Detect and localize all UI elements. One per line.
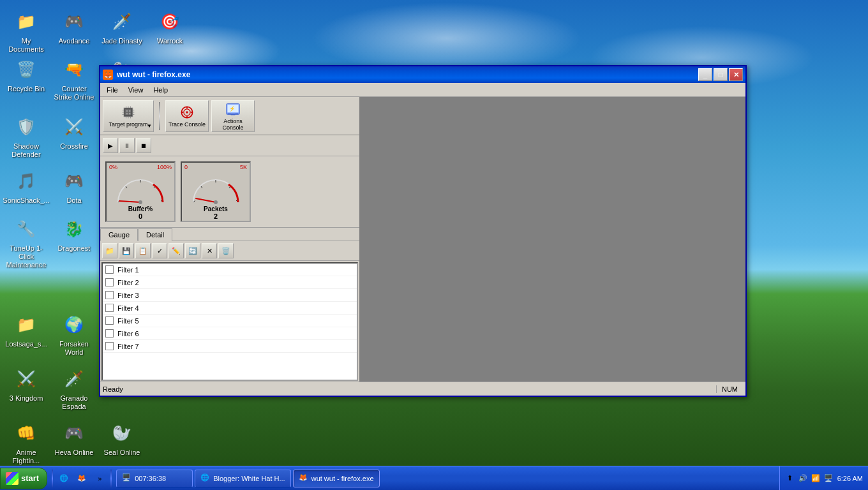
minimize-button[interactable]: _ — [698, 68, 712, 81]
filter-checkbox-filter5[interactable] — [105, 316, 114, 325]
filter-checkbox-filter6[interactable] — [105, 329, 114, 338]
desktop-icon-heva-online[interactable]: 🎮 Heva Online — [51, 418, 97, 459]
quick-launch-firefox[interactable]: 🦊 — [74, 471, 89, 486]
start-button[interactable]: start — [0, 468, 47, 489]
play-button[interactable]: ▶ — [103, 138, 118, 153]
quick-launch-arrow[interactable]: » — [92, 471, 107, 486]
filter-item-filter1[interactable]: Filter 1 — [103, 264, 357, 276]
desktop-icon-counter-strike[interactable]: 🔫 Counter Strike Online — [51, 54, 97, 104]
desktop-icon-seal-online[interactable]: 🦭 Seal Online — [99, 418, 145, 459]
desktop-icon-recycle-bin[interactable]: 🗑️ Recycle Bin — [3, 54, 49, 96]
icon-image-forsaken-world: 🌍 — [61, 312, 87, 338]
toolbar: Target program ▼ — [100, 97, 359, 135]
tray-icon-1[interactable]: ⬆ — [785, 473, 795, 484]
maximize-button[interactable]: □ — [714, 68, 728, 81]
filter-save-button[interactable]: 💾 — [119, 243, 134, 258]
system-tray: ⬆ 🔊 📶 🖥️ 6:26 AM — [779, 466, 868, 490]
menu-view[interactable]: View — [123, 83, 149, 96]
tab-gauge[interactable]: Gauge — [100, 228, 138, 241]
desktop-icon-lostsaga[interactable]: 📁 Lostsaga_s... — [3, 309, 49, 351]
filter-item-filter5[interactable]: Filter 5 — [103, 315, 357, 327]
stop-button[interactable]: ⏹ — [136, 138, 151, 153]
filter-checkbox-filter1[interactable] — [105, 265, 114, 274]
icon-image-dota: 🎮 — [61, 168, 87, 194]
filter-checkbox-filter2[interactable] — [105, 278, 114, 286]
buffer-gauge-title: Buffer% — [128, 205, 153, 212]
tray-icon-3[interactable]: 📶 — [811, 473, 821, 484]
window-title-icon: 🦊 — [103, 70, 113, 80]
trace-console-button[interactable]: Trace Console — [165, 100, 209, 132]
desktop-icon-granado-espada[interactable]: 🗡️ Granado Espada — [51, 364, 97, 413]
menubar: File View Help — [100, 83, 745, 97]
filter-delete-button[interactable]: 🗑️ — [218, 243, 234, 258]
taskbar-task-firefox[interactable]: 🦊 wut wut - firefox.exe — [293, 470, 380, 487]
icon-image-warrock: 🎯 — [157, 9, 183, 34]
filter-item-filter2[interactable]: Filter 2 — [103, 276, 357, 289]
desktop-icon-crossfire[interactable]: ⚔️ Crossfire — [51, 112, 97, 153]
taskbar-divider-2 — [110, 470, 112, 487]
task-blogger-label: Blogger: White Hat H... — [213, 475, 285, 482]
filter-checkbox-filter3[interactable] — [105, 291, 114, 299]
filter-remove-button[interactable]: ✕ — [202, 243, 217, 258]
desktop-icon-tuneup[interactable]: 🔧 TuneUp 1-Click Maintenance — [3, 214, 49, 272]
filter-enable-button[interactable]: ✓ — [152, 243, 167, 258]
icon-label-sonic-shack: SonicShack_... — [3, 197, 49, 205]
actions-console-icon: ⚡ — [225, 101, 241, 117]
svg-rect-1 — [125, 108, 131, 115]
icon-label-seal-online: Seal Online — [104, 449, 140, 457]
filter-item-filter7[interactable]: Filter 7 — [103, 340, 357, 353]
icon-label-3-kingdom: 3 Kingdom — [10, 394, 43, 403]
filter-item-filter6[interactable]: Filter 6 — [103, 327, 357, 340]
window-content: Target program ▼ — [100, 97, 745, 396]
filter-list[interactable]: Filter 1 Filter 2 Filter 3 Filter 4 Filt… — [101, 262, 358, 381]
desktop-icon-anime-fighting[interactable]: 👊 Anime FIghtin... — [3, 418, 49, 468]
filter-checkbox-filter7[interactable] — [105, 342, 114, 350]
close-button[interactable]: ✕ — [729, 68, 743, 81]
icon-image-lostsaga: 📁 — [13, 312, 39, 338]
tray-icon-2[interactable]: 🔊 — [798, 473, 808, 484]
menu-file[interactable]: File — [101, 83, 123, 96]
filter-refresh-button[interactable]: 🔄 — [185, 243, 200, 258]
desktop-icon-dota[interactable]: 🎮 Dota — [51, 166, 97, 207]
filter-item-filter4[interactable]: Filter 4 — [103, 302, 357, 315]
right-panel — [360, 97, 745, 396]
filter-label-filter6: Filter 6 — [117, 330, 139, 338]
main-window: 🦊 wut wut - firefox.exe _ □ ✕ File View … — [99, 65, 747, 397]
desktop-icon-forsaken-world[interactable]: 🌍 Forsaken World — [51, 309, 97, 359]
svg-rect-2 — [126, 110, 128, 112]
packets-gauge-svg — [187, 170, 244, 205]
dropdown-arrow-icon: ▼ — [147, 123, 152, 129]
desktop-icon-warrock[interactable]: 🎯 Warrock — [147, 6, 193, 48]
packets-max-label: 5K — [240, 164, 247, 170]
target-program-button[interactable]: Target program ▼ — [103, 100, 154, 132]
filter-label-filter2: Filter 2 — [117, 279, 139, 286]
actions-console-button[interactable]: ⚡ Actions Console — [211, 100, 255, 132]
desktop-icon-avodance[interactable]: 🎮 Avodance — [51, 6, 97, 48]
pause-button[interactable]: ⏸ — [119, 138, 135, 153]
desktop-icon-3-kingdom[interactable]: ⚔️ 3 Kingdom — [3, 364, 49, 405]
icon-label-tuneup: TuneUp 1-Click Maintenance — [6, 244, 47, 270]
svg-rect-5 — [129, 112, 131, 114]
menu-help[interactable]: Help — [148, 83, 173, 96]
filter-open-button[interactable]: 📁 — [102, 243, 117, 258]
tab-detail[interactable]: Detail — [138, 228, 172, 241]
quick-launch-ie[interactable]: 🌐 — [56, 471, 71, 486]
svg-rect-3 — [129, 110, 131, 112]
icon-label-forsaken-world: Forsaken World — [54, 340, 94, 357]
filter-checkbox-filter4[interactable] — [105, 304, 114, 312]
packets-gauge-value: 2 — [214, 212, 218, 220]
filter-edit-button[interactable]: ✏️ — [168, 243, 184, 258]
taskbar-task-blogger[interactable]: 🌐 Blogger: White Hat H... — [195, 470, 291, 487]
desktop-icon-shadow-defender[interactable]: 🛡️ Shadow Defender — [3, 112, 49, 161]
desktop-icon-my-documents[interactable]: 📁 My Documents — [3, 6, 49, 56]
desktop-icon-jade-dynasty[interactable]: 🗡️ Jade Dinasty — [99, 6, 145, 48]
toolbar-separator-1 — [159, 102, 160, 130]
desktop-icon-sonic-shack[interactable]: 🎵 SonicShack_... — [3, 166, 49, 207]
desktop-icon-dragonest[interactable]: 🐉 Dragonest — [51, 214, 97, 255]
filter-item-filter3[interactable]: Filter 3 — [103, 289, 357, 302]
icon-label-dragonest: Dragonest — [58, 244, 91, 253]
taskbar-task-timer[interactable]: 🖥️ 007:36:38 — [116, 470, 193, 487]
filter-saveas-button[interactable]: 📋 — [135, 243, 151, 258]
tray-icon-4[interactable]: 🖥️ — [823, 473, 834, 484]
packets-min-label: 0 — [184, 164, 188, 170]
